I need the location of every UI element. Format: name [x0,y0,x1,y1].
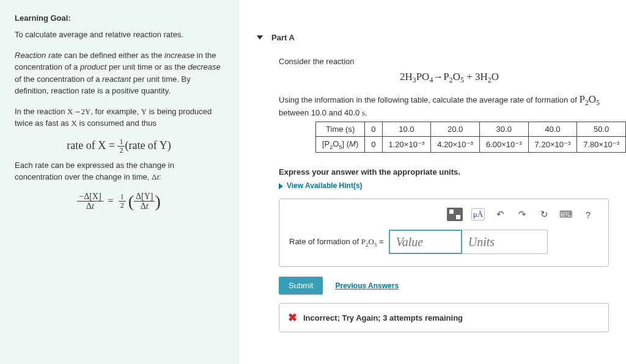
submit-button[interactable]: Submit [279,277,323,294]
chemical-equation: 2H3PO4→P2O5 + 3H2O [279,71,620,85]
sidebar-para-1: Reaction rate can be defined either as t… [15,49,223,97]
answer-prompt: Express your answer with the appropriate… [279,167,620,177]
table-row: Time (s) 0 10.0 20.0 30.0 40.0 50.0 [316,122,626,136]
incorrect-icon: ✖ [288,311,297,324]
sidebar-heading: Learning Goal: [15,13,223,23]
input-toolbar: μÅ ↶ ↷ ↻ ⌨ ? [289,208,598,230]
part-label: Part A [271,33,295,42]
units-input[interactable] [462,230,548,254]
help-icon[interactable]: ? [581,208,595,220]
view-hints-link[interactable]: View Available Hint(s) [279,181,620,190]
reset-icon[interactable]: ↻ [537,208,551,220]
templates-icon[interactable] [447,208,463,221]
main-content: Part A Consider the reaction 2H3PO4→P2O5… [238,0,626,364]
rate-equation-2: −Δ[X]Δt = 12 (Δ[Y]Δt) [15,192,223,211]
answer-label: Rate of formation of P2O5 = [289,237,384,248]
sidebar-para-3: Each rate can be expressed as the change… [15,159,223,183]
expand-icon [279,183,283,189]
previous-answers-link[interactable]: Previous Answers [335,282,399,290]
value-input[interactable] [389,230,462,254]
table-row: [P2O5] (M) 0 1.20×10⁻³ 4.20×10⁻³ 6.00×10… [316,136,626,153]
redo-icon[interactable]: ↷ [515,208,529,220]
feedback-box: ✖ Incorrect; Try Again; 3 attempts remai… [279,303,609,332]
sidebar-para-2: In the reaction X→2Y, for example, Y is … [15,106,223,129]
units-symbols-button[interactable]: μÅ [471,208,485,220]
learning-goal-sidebar: Learning Goal: To calculate average and … [0,0,238,364]
answer-box: μÅ ↶ ↷ ↻ ⌨ ? Rate of formation of P2O5 = [279,198,609,267]
data-table: Time (s) 0 10.0 20.0 30.0 40.0 50.0 [P2O… [315,122,626,153]
feedback-text: Incorrect; Try Again; 3 attempts remaini… [303,313,463,322]
part-a-header[interactable]: Part A [257,33,620,42]
instruction-text: Using the information in the following t… [279,93,620,117]
undo-icon[interactable]: ↶ [493,208,507,220]
collapse-icon [257,35,263,40]
consider-text: Consider the reaction [279,57,620,66]
rate-equation-1: rate of X = 12(rate of Y) [15,138,223,155]
sidebar-intro: To calculate average and relative reacti… [15,29,223,41]
keyboard-icon[interactable]: ⌨ [559,208,573,220]
